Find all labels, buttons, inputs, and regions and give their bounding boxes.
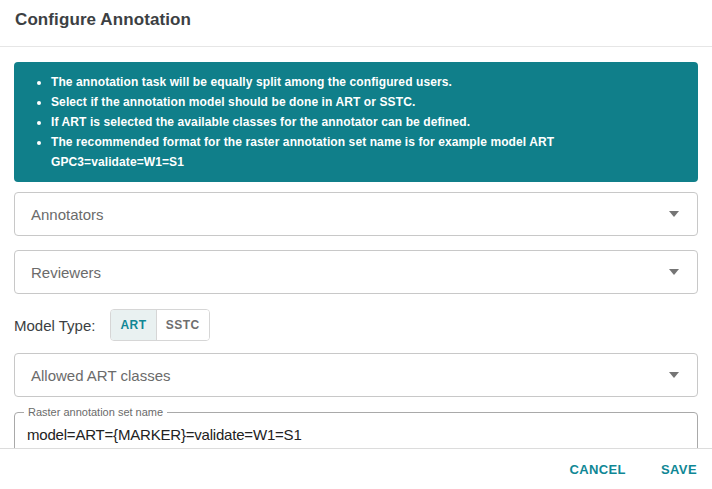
dialog-title: Configure Annotation [15,10,191,30]
annotators-select[interactable]: Annotators [14,192,698,236]
annotators-select-label: Annotators [31,206,104,223]
reviewers-select[interactable]: Reviewers [14,250,698,294]
info-bullet: Select if the annotation model should be… [51,92,682,112]
model-type-option-sstc[interactable]: SSTC [156,310,209,340]
configure-annotation-dialog: Configure Annotation The annotation task… [0,0,712,489]
model-type-option-art[interactable]: ART [111,310,155,340]
info-box: The annotation task will be equally spli… [14,62,698,182]
raster-annotation-set-name-label: Raster annotation set name [24,406,167,419]
chevron-down-icon[interactable] [669,372,679,378]
info-bullet: If ART is selected the available classes… [51,112,682,132]
chevron-down-icon[interactable] [669,211,679,217]
allowed-art-classes-select[interactable]: Allowed ART classes [14,353,698,397]
allowed-art-classes-select-label: Allowed ART classes [31,367,171,384]
dialog-footer: CANCEL SAVE [0,448,712,489]
dialog-header: Configure Annotation [0,0,712,47]
raster-annotation-set-name-input[interactable] [27,426,685,443]
info-bullet: The annotation task will be equally spli… [51,72,682,92]
reviewers-select-label: Reviewers [31,264,101,281]
save-button[interactable]: SAVE [659,458,699,481]
model-type-toggle-group: ART SSTC [110,309,209,341]
info-bullet-list: The annotation task will be equally spli… [34,72,682,172]
chevron-down-icon[interactable] [669,269,679,275]
model-type-label: Model Type: [14,317,95,334]
info-bullet: The recommended format for the raster an… [51,132,682,172]
model-type-row: Model Type: ART SSTC [14,309,698,341]
dialog-content: The annotation task will be equally spli… [0,62,712,456]
cancel-button[interactable]: CANCEL [567,458,628,481]
